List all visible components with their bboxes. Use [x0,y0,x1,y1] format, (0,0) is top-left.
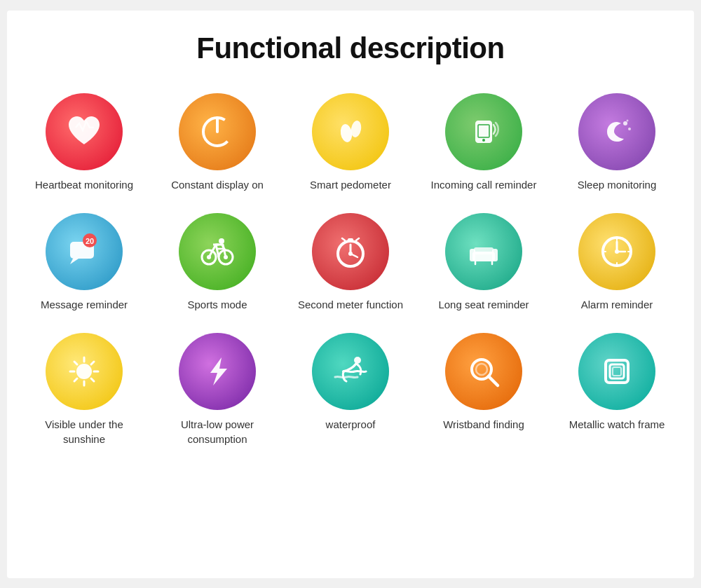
page-title: Functional description [21,32,680,65]
feature-label-sleep-monitoring: Sleep monitoring [578,177,657,192]
svg-point-49 [354,357,361,364]
feature-label-constant-display: Constant display on [171,177,264,192]
feature-label-message-reminder: Message reminder [41,297,128,312]
svg-point-39 [76,364,92,379]
feature-label-sports-mode: Sports mode [187,297,247,312]
feature-label-long-seat: Long seat reminder [438,297,529,312]
feature-label-heartbeat-monitoring: Heartbeat monitoring [35,177,133,192]
feature-icon-visible-sunshine [46,333,123,410]
feature-item-message-reminder: 20 Message reminder [28,213,140,312]
feature-item-alarm-reminder: Alarm reminder [561,213,673,312]
feature-icon-message-reminder: 20 [46,213,123,290]
feature-item-long-seat: Long seat reminder [428,213,540,312]
feature-icon-waterproof [312,333,389,410]
feature-item-second-meter: Second meter function [294,213,407,312]
svg-point-52 [476,364,487,375]
feature-label-alarm-reminder: Alarm reminder [581,297,653,312]
feature-label-wristband-finding: Wristband finding [443,417,524,432]
svg-line-47 [74,378,77,381]
feature-icon-incoming-call [445,93,522,170]
svg-point-8 [627,119,629,121]
feature-icon-alarm-reminder [578,213,655,290]
feature-label-waterproof: waterproof [326,417,376,432]
feature-item-metallic-frame: Metallic watch frame [561,333,673,446]
feature-item-sleep-monitoring: Sleep monitoring [561,93,673,192]
feature-item-sports-mode: Sports mode [161,213,273,312]
feature-icon-wristband-finding [445,333,522,410]
feature-icon-heartbeat-monitoring [46,93,123,170]
svg-text:20: 20 [86,237,94,245]
feature-item-constant-display: Constant display on [161,93,273,192]
main-container: Functional description Heartbeat monitor… [7,11,694,578]
features-grid: Heartbeat monitoring Constant display on… [21,93,680,446]
svg-point-5 [482,139,485,142]
feature-item-incoming-call: Incoming call reminder [428,93,540,192]
feature-item-waterproof: waterproof [294,333,407,446]
svg-rect-55 [613,367,621,376]
feature-item-ultra-low-power: Ultra-low power consumption [161,333,273,446]
svg-point-2 [339,123,353,142]
feature-icon-second-meter [312,213,389,290]
svg-line-46 [91,362,94,364]
feature-icon-constant-display [179,93,256,170]
feature-icon-sports-mode [179,213,256,290]
feature-icon-long-seat [445,213,522,290]
feature-item-smart-pedometer: Smart pedometer [294,93,407,192]
svg-line-45 [91,378,94,381]
svg-rect-28 [474,247,494,254]
feature-label-second-meter: Second meter function [298,297,403,312]
svg-marker-10 [70,259,79,264]
feature-icon-ultra-low-power [179,333,256,410]
svg-point-17 [219,238,224,244]
svg-point-7 [628,128,631,130]
feature-label-metallic-frame: Metallic watch frame [569,417,665,432]
feature-label-ultra-low-power: Ultra-low power consumption [161,417,273,446]
svg-line-44 [74,362,77,364]
feature-item-heartbeat-monitoring: Heartbeat monitoring [28,93,140,192]
feature-icon-smart-pedometer [312,93,389,170]
feature-icon-metallic-frame [578,333,655,410]
feature-item-wristband-finding: Wristband finding [428,333,540,446]
feature-label-visible-sunshine: Visible under the sunshine [28,417,140,446]
feature-item-visible-sunshine: Visible under the sunshine [28,333,140,446]
svg-line-23 [342,238,345,240]
svg-marker-48 [210,357,227,385]
svg-point-6 [623,121,627,125]
feature-icon-sleep-monitoring [578,93,655,170]
svg-line-51 [489,376,498,385]
svg-line-24 [356,238,359,240]
feature-label-incoming-call: Incoming call reminder [431,177,537,192]
feature-label-smart-pedometer: Smart pedometer [310,177,391,192]
svg-rect-22 [348,238,353,241]
